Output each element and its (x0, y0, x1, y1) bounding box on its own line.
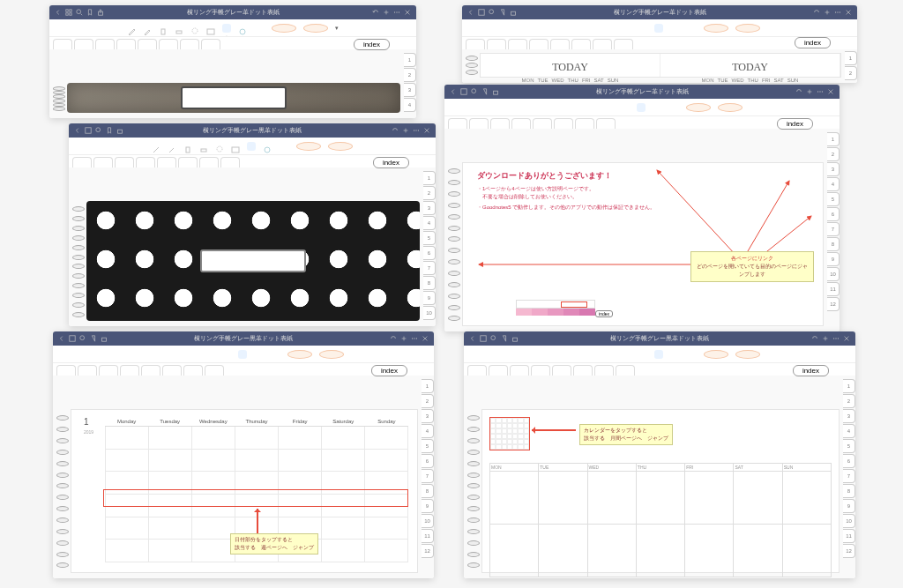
index-tab[interactable]: index (373, 157, 409, 168)
grid-icon[interactable] (480, 335, 487, 342)
notebook-tab[interactable] (180, 39, 199, 49)
eraser-icon[interactable] (190, 350, 199, 359)
notebook-tab[interactable] (116, 39, 136, 49)
undo-icon[interactable] (372, 9, 379, 16)
close-icon[interactable] (845, 9, 852, 16)
share-icon[interactable] (97, 9, 104, 16)
grid-icon[interactable] (65, 9, 72, 16)
share-icon[interactable] (511, 335, 519, 342)
close-icon[interactable] (827, 88, 834, 95)
index-tab[interactable]: index (371, 365, 407, 376)
more-icon[interactable] (393, 9, 400, 16)
shape-icon[interactable] (254, 350, 263, 359)
share-icon[interactable] (101, 335, 108, 342)
mini-calendar[interactable] (489, 417, 530, 450)
search-icon[interactable] (95, 127, 102, 134)
grid-icon[interactable] (460, 88, 467, 95)
more-icon[interactable] (413, 127, 420, 134)
index-tab[interactable]: index (354, 39, 390, 50)
notebook-tab[interactable] (95, 39, 115, 49)
back-icon[interactable] (74, 127, 81, 134)
close-icon[interactable] (843, 335, 850, 342)
index-tab[interactable]: index (793, 365, 829, 376)
eraser-icon[interactable] (199, 142, 208, 151)
undo-icon[interactable] (795, 88, 802, 95)
bookmark-icon[interactable] (501, 335, 508, 342)
grid-icon[interactable] (478, 9, 485, 16)
image-icon[interactable] (231, 142, 240, 151)
back-icon[interactable] (55, 9, 62, 16)
shape-icon[interactable] (263, 142, 272, 151)
style-dropdown[interactable]: ▾ (335, 25, 339, 32)
share-icon[interactable] (510, 9, 517, 16)
index-tab[interactable]: index (795, 37, 831, 48)
lasso-icon[interactable] (190, 24, 199, 33)
image-icon[interactable] (206, 24, 215, 33)
bookmark-icon[interactable] (481, 88, 489, 95)
shape-icon[interactable] (238, 24, 247, 33)
bookmark-icon[interactable] (499, 9, 506, 16)
back-icon[interactable] (469, 335, 476, 342)
add-icon[interactable] (402, 127, 409, 134)
weekly-grid[interactable]: MONTUEWEDTHUFRISATSUN (489, 463, 832, 577)
text-tool-icon[interactable] (238, 350, 247, 359)
color-preset[interactable] (296, 142, 321, 151)
search-icon[interactable] (490, 335, 497, 342)
search-icon[interactable] (79, 335, 86, 342)
undo-icon[interactable] (392, 127, 399, 134)
back-icon[interactable] (58, 335, 65, 342)
text-tool-icon[interactable] (247, 142, 256, 151)
more-icon[interactable] (411, 335, 418, 342)
color-preset[interactable] (272, 24, 296, 33)
add-icon[interactable] (806, 88, 813, 95)
notebook-tab[interactable] (53, 39, 72, 49)
side-tab[interactable]: 1 (404, 53, 416, 67)
more-icon[interactable] (832, 335, 840, 342)
more-icon[interactable] (834, 9, 841, 16)
lasso-icon[interactable] (206, 350, 215, 359)
pencil-icon[interactable] (143, 24, 152, 33)
search-icon[interactable] (76, 9, 83, 16)
more-icon[interactable] (817, 88, 824, 95)
grid-icon[interactable] (85, 127, 92, 134)
pencil-icon[interactable] (168, 142, 176, 151)
close-icon[interactable] (404, 9, 411, 16)
add-icon[interactable] (822, 335, 829, 342)
notebook-tab[interactable] (74, 39, 93, 49)
bookmark-icon[interactable] (90, 335, 97, 342)
lasso-icon[interactable] (215, 142, 224, 151)
highlighter-icon[interactable] (175, 350, 183, 359)
share-icon[interactable] (492, 88, 499, 95)
share-icon[interactable] (116, 127, 123, 134)
back-icon[interactable] (467, 9, 474, 16)
highlighter-icon[interactable] (183, 142, 192, 151)
close-icon[interactable] (423, 127, 430, 134)
add-icon[interactable] (400, 335, 407, 342)
notebook-tab[interactable] (201, 39, 220, 49)
index-tab[interactable]: index (777, 118, 813, 130)
eraser-icon[interactable] (175, 24, 183, 33)
side-tab[interactable]: 2 (404, 68, 416, 82)
search-icon[interactable] (489, 9, 496, 16)
back-icon[interactable] (450, 88, 457, 95)
undo-icon[interactable] (390, 335, 397, 342)
pen-icon[interactable] (127, 24, 136, 33)
grid-icon[interactable] (69, 335, 76, 342)
notebook-tab[interactable] (138, 39, 157, 49)
close-icon[interactable] (422, 335, 429, 342)
pencil-icon[interactable] (159, 350, 168, 359)
color-preset[interactable] (303, 24, 328, 33)
highlighter-icon[interactable] (159, 24, 168, 33)
pen-icon[interactable] (152, 142, 160, 151)
notebook-tab[interactable] (159, 39, 178, 49)
text-tool-icon[interactable]: T (222, 24, 231, 33)
side-tab[interactable]: 3 (404, 83, 416, 97)
search-icon[interactable] (471, 88, 478, 95)
bookmark-icon[interactable] (106, 127, 113, 134)
side-tab[interactable]: 4 (404, 98, 416, 112)
add-icon[interactable] (824, 9, 831, 16)
color-preset[interactable] (328, 142, 353, 151)
bookmark-icon[interactable] (86, 9, 93, 16)
undo-icon[interactable] (813, 9, 820, 16)
image-icon[interactable] (222, 350, 231, 359)
